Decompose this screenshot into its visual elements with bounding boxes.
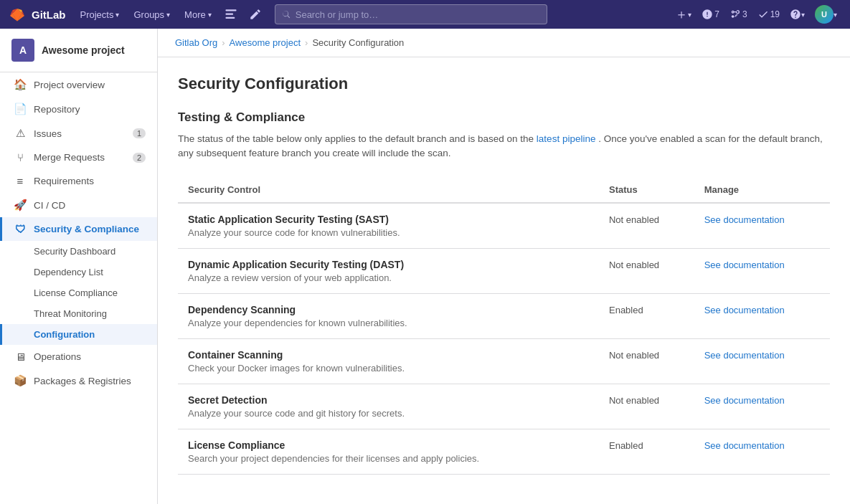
user-avatar: U <box>815 5 834 24</box>
main-content: Gitlab Org › Awesome project › Security … <box>158 29 850 504</box>
status-text: Not enabled <box>609 395 659 406</box>
activity-icon-btn[interactable] <box>220 5 242 24</box>
table-row: Container Scanning Check your Docker ima… <box>178 338 830 384</box>
control-desc: Check your Docker images for known vulne… <box>188 363 589 374</box>
help-btn[interactable]: ▾ <box>785 6 809 23</box>
merge-requests-badge: 2 <box>133 153 146 163</box>
shield-icon: 🛡 <box>14 223 27 235</box>
svg-rect-0 <box>225 9 236 11</box>
see-documentation-link[interactable]: See documentation <box>704 395 785 406</box>
table-row: Secret Detection Analyze your source cod… <box>178 384 830 429</box>
todos-count: 19 <box>770 9 780 19</box>
more-menu[interactable]: More ▾ <box>179 6 217 23</box>
sidebar: A Awesome project 🏠 Project overview 📄 R… <box>0 29 158 504</box>
breadcrumb-current: Security Configuration <box>312 37 404 48</box>
table-row: License Compliance Search your project d… <box>178 429 830 474</box>
see-documentation-link[interactable]: See documentation <box>704 350 785 361</box>
status-cell: Not enabled <box>599 248 694 293</box>
new-item-chevron: ▾ <box>688 11 691 19</box>
control-name: Static Application Security Testing (SAS… <box>188 214 589 225</box>
control-desc: Analyze a review version of your web app… <box>188 272 589 283</box>
control-desc: Search your project dependencies for the… <box>188 453 589 464</box>
sidebar-item-operations[interactable]: 🖥 Operations <box>0 345 157 369</box>
sidebar-item-label: Requirements <box>34 176 94 186</box>
sidebar-item-merge-requests[interactable]: ⑂ Merge Requests 2 <box>0 146 157 169</box>
more-chevron: ▾ <box>208 11 212 19</box>
sidebar-sub-item-configuration[interactable]: Configuration <box>0 324 157 345</box>
breadcrumb-awesome-project[interactable]: Awesome project <box>230 37 301 48</box>
status-cell: Not enabled <box>599 384 694 429</box>
status-cell: Enabled <box>599 429 694 474</box>
see-documentation-link[interactable]: See documentation <box>704 260 785 270</box>
table-row: Dependency Scanning Analyze your depende… <box>178 293 830 338</box>
requirements-icon: ≡ <box>14 175 27 187</box>
see-documentation-link[interactable]: See documentation <box>704 214 785 225</box>
see-documentation-link[interactable]: See documentation <box>704 440 785 451</box>
user-avatar-btn[interactable]: U ▾ <box>811 2 841 27</box>
control-cell: Dependency Scanning Analyze your depende… <box>178 293 599 338</box>
sidebar-sub-item-label: Dependency List <box>34 267 103 277</box>
sidebar-sub-item-dependency-list[interactable]: Dependency List <box>0 262 157 282</box>
main-layout: A Awesome project 🏠 Project overview 📄 R… <box>0 29 850 504</box>
sidebar-sub-item-label: License Compliance <box>34 287 118 298</box>
control-cell: Container Scanning Check your Docker ima… <box>178 338 599 384</box>
ci-cd-icon: 🚀 <box>14 199 27 211</box>
sidebar-item-project-overview[interactable]: 🏠 Project overview <box>0 72 157 97</box>
control-name: License Compliance <box>188 439 589 451</box>
control-name: Secret Detection <box>188 394 589 406</box>
project-header[interactable]: A Awesome project <box>0 29 157 72</box>
gitlab-logo[interactable]: GitLab <box>9 6 66 23</box>
breadcrumb-gitlab-org[interactable]: Gitlab Org <box>175 37 217 48</box>
sidebar-item-packages-registries[interactable]: 📦 Packages & Registries <box>0 369 157 393</box>
home-icon: 🏠 <box>14 78 27 91</box>
sidebar-item-label: Project overview <box>34 80 105 90</box>
issues-btn[interactable]: 7 <box>697 6 724 23</box>
control-cell: Dynamic Application Security Testing (DA… <box>178 248 599 293</box>
sidebar-item-security-compliance[interactable]: 🛡 Security & Compliance <box>0 217 157 241</box>
todos-btn[interactable]: 19 <box>753 6 784 23</box>
manage-cell: See documentation <box>694 384 830 429</box>
see-documentation-link[interactable]: See documentation <box>704 305 785 315</box>
sidebar-item-label: CI / CD <box>34 200 65 211</box>
status-cell: Not enabled <box>599 203 694 249</box>
breadcrumb-sep-1: › <box>222 37 225 48</box>
manage-cell: See documentation <box>694 248 830 293</box>
sidebar-item-requirements[interactable]: ≡ Requirements <box>0 169 157 193</box>
sidebar-sub-item-license-compliance[interactable]: License Compliance <box>0 282 157 303</box>
sidebar-sub-item-label: Configuration <box>34 329 95 340</box>
sidebar-item-ci-cd[interactable]: 🚀 CI / CD <box>0 193 157 217</box>
control-desc: Analyze your source code and git history… <box>188 408 589 419</box>
edit-icon-btn[interactable] <box>245 5 266 24</box>
repository-icon: 📄 <box>14 103 27 115</box>
col-header-status: Status <box>599 177 694 203</box>
status-cell: Not enabled <box>599 338 694 384</box>
manage-cell: See documentation <box>694 203 830 249</box>
sidebar-sub-item-threat-monitoring[interactable]: Threat Monitoring <box>0 303 157 324</box>
groups-menu[interactable]: Groups ▾ <box>128 6 176 23</box>
status-text: Not enabled <box>609 260 659 270</box>
new-item-btn[interactable]: ＋ ▾ <box>671 3 696 26</box>
sidebar-item-label: Operations <box>34 351 81 362</box>
latest-pipeline-link[interactable]: latest pipeline <box>537 133 596 144</box>
control-desc: Analyze your source code for known vulne… <box>188 227 589 238</box>
manage-cell: See documentation <box>694 429 830 474</box>
search-input[interactable] <box>296 9 541 20</box>
sidebar-sub-item-security-dashboard[interactable]: Security Dashboard <box>0 241 157 262</box>
projects-menu[interactable]: Projects ▾ <box>75 6 126 23</box>
merge-requests-btn[interactable]: 3 <box>725 6 752 23</box>
sidebar-sub-item-label: Threat Monitoring <box>34 308 107 319</box>
sidebar-item-label: Merge Requests <box>34 152 105 163</box>
sidebar-item-label: Issues <box>34 128 62 139</box>
operations-icon: 🖥 <box>14 351 27 363</box>
sidebar-item-label: Security & Compliance <box>34 224 139 234</box>
table-header: Security Control Status Manage <box>178 177 830 203</box>
section-title: Testing & Compliance <box>178 110 830 125</box>
sidebar-item-issues[interactable]: ⚠ Issues 1 <box>0 121 157 146</box>
sidebar-item-repository[interactable]: 📄 Repository <box>0 97 157 121</box>
col-header-manage: Manage <box>694 177 830 203</box>
security-table: Security Control Status Manage Static Ap… <box>178 177 830 475</box>
control-cell: Secret Detection Analyze your source cod… <box>178 384 599 429</box>
status-text: Enabled <box>609 305 643 315</box>
search-bar[interactable] <box>275 4 547 24</box>
intro-text: The status of the table below only appli… <box>178 132 830 161</box>
